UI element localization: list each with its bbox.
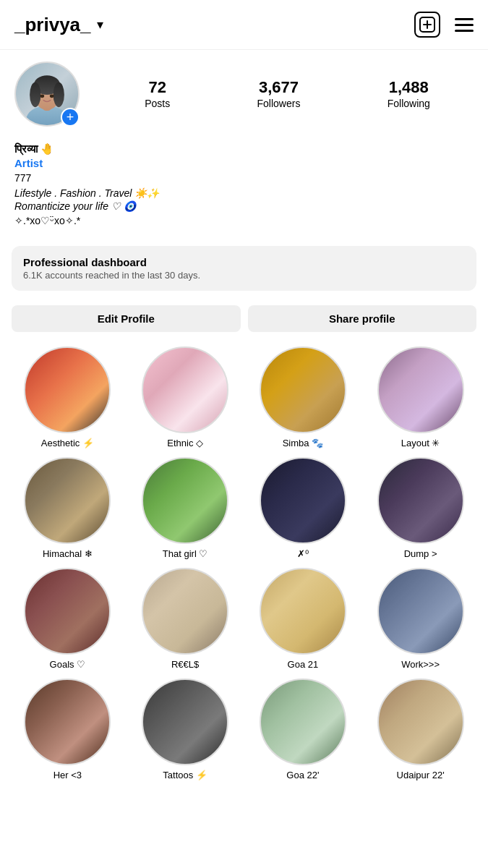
bio-link[interactable]: Artist	[14, 157, 474, 169]
header: _privya_ ▾	[0, 0, 488, 50]
followers-stat[interactable]: 3,677 Followers	[257, 78, 300, 110]
svg-point-11	[40, 94, 44, 98]
highlights-section: Aesthetic ⚡Ethnic ◇Simba 🐾Layout ✳Himach…	[0, 339, 488, 788]
highlight-label-goa22: Goa 22'	[286, 770, 319, 780]
menu-button[interactable]	[455, 18, 474, 32]
highlight-circle-goa22	[260, 678, 346, 765]
posts-stat: 72 Posts	[145, 78, 170, 110]
highlight-circle-aesthetic	[24, 346, 111, 433]
highlight-label-thatgirl: That girl ♡	[163, 548, 208, 559]
chevron-down-icon[interactable]: ▾	[97, 17, 103, 33]
highlight-label-himachal: Himachal ❄	[43, 548, 93, 559]
avatar-wrapper: +	[14, 61, 80, 127]
username-row: _privya_ ▾	[14, 14, 103, 36]
highlight-label-goals: Goals ♡	[50, 659, 86, 670]
highlight-xo[interactable]: ✗⁰	[247, 457, 359, 559]
bio-name: प्रिव्या 🤚	[14, 142, 474, 156]
highlight-work[interactable]: Work>>>	[364, 568, 476, 670]
action-buttons: Edit Profile Share profile	[0, 298, 488, 339]
add-story-button[interactable]: +	[61, 108, 80, 127]
profile-top: + 72 Posts 3,677 Followers 1,488 Followi…	[14, 61, 474, 127]
highlight-label-goa21: Goa 21	[288, 659, 319, 670]
followers-count: 3,677	[257, 78, 300, 97]
highlight-her[interactable]: Her <3	[12, 678, 124, 780]
highlight-circle-reels	[142, 568, 228, 655]
bio-line3: Romanticize your life ♡ 🧿	[14, 200, 474, 212]
highlights-grid: Aesthetic ⚡Ethnic ◇Simba 🐾Layout ✳Himach…	[12, 346, 476, 780]
svg-point-12	[50, 94, 54, 98]
svg-point-9	[30, 82, 40, 107]
profile-section: + 72 Posts 3,677 Followers 1,488 Followi…	[0, 50, 488, 142]
highlight-circle-tattoos	[142, 678, 228, 765]
highlight-udaipur[interactable]: Udaipur 22'	[364, 678, 476, 780]
highlight-aesthetic[interactable]: Aesthetic ⚡	[12, 346, 124, 448]
following-stat[interactable]: 1,488 Following	[388, 78, 430, 110]
bio-line2: Lifestyle . Fashion . Travel ☀️✨	[14, 187, 474, 199]
bio-section: प्रिव्या 🤚 Artist 777 Lifestyle . Fashio…	[0, 142, 488, 239]
highlight-layout[interactable]: Layout ✳	[364, 346, 476, 448]
posts-count: 72	[145, 78, 170, 97]
highlight-label-udaipur: Udaipur 22'	[397, 770, 445, 780]
highlight-circle-layout	[377, 346, 464, 433]
highlight-ethnic[interactable]: Ethnic ◇	[129, 346, 241, 448]
highlight-circle-her	[24, 678, 111, 765]
highlight-circle-dump	[377, 457, 464, 544]
highlight-goa22[interactable]: Goa 22'	[247, 678, 359, 780]
highlight-circle-ethnic	[142, 346, 228, 433]
highlight-goals[interactable]: Goals ♡	[12, 568, 124, 670]
highlight-himachal[interactable]: Himachal ❄	[12, 457, 124, 559]
highlight-circle-work	[377, 568, 464, 655]
username: _privya_	[14, 14, 91, 36]
highlight-label-tattoos: Tattoos ⚡	[163, 770, 207, 780]
highlight-reels[interactable]: R€€L$	[129, 568, 241, 670]
highlight-label-reels: R€€L$	[171, 659, 199, 670]
svg-point-10	[53, 82, 64, 107]
followers-label: Followers	[257, 98, 300, 109]
share-profile-button[interactable]: Share profile	[248, 305, 477, 332]
highlight-label-her: Her <3	[53, 770, 82, 780]
highlight-circle-himachal	[24, 457, 111, 544]
following-count: 1,488	[388, 78, 430, 97]
highlight-thatgirl[interactable]: That girl ♡	[129, 457, 241, 559]
bio-line4: ✧.*xo♡ᵕ̈xo✧.*	[14, 213, 474, 229]
edit-profile-button[interactable]: Edit Profile	[12, 305, 241, 332]
highlight-circle-udaipur	[377, 678, 464, 765]
highlight-label-work: Work>>>	[401, 659, 440, 670]
dashboard-subtitle: 6.1K accounts reached in the last 30 day…	[23, 270, 465, 281]
highlight-label-xo: ✗⁰	[297, 548, 309, 559]
highlight-goa21[interactable]: Goa 21	[247, 568, 359, 670]
highlight-label-dump: Dump >	[404, 548, 437, 559]
stats-row: 72 Posts 3,677 Followers 1,488 Following	[101, 78, 474, 110]
add-post-button[interactable]	[414, 12, 440, 38]
bio-line1: 777	[14, 171, 474, 186]
professional-dashboard[interactable]: Professional dashboard 6.1K accounts rea…	[12, 246, 476, 291]
highlight-circle-xo	[260, 457, 346, 544]
dashboard-title: Professional dashboard	[23, 256, 465, 268]
header-icons	[414, 12, 474, 38]
highlight-circle-goals	[24, 568, 111, 655]
posts-label: Posts	[145, 98, 170, 109]
highlight-tattoos[interactable]: Tattoos ⚡	[129, 678, 241, 780]
highlight-circle-thatgirl	[142, 457, 228, 544]
highlight-simba[interactable]: Simba 🐾	[247, 346, 359, 448]
highlight-label-simba: Simba 🐾	[283, 438, 323, 448]
highlight-dump[interactable]: Dump >	[364, 457, 476, 559]
highlight-label-ethnic: Ethnic ◇	[167, 438, 203, 448]
following-label: Following	[388, 98, 430, 109]
highlight-circle-simba	[260, 346, 346, 433]
highlight-label-aesthetic: Aesthetic ⚡	[41, 438, 94, 448]
highlight-circle-goa21	[260, 568, 346, 655]
highlight-label-layout: Layout ✳	[401, 438, 440, 448]
